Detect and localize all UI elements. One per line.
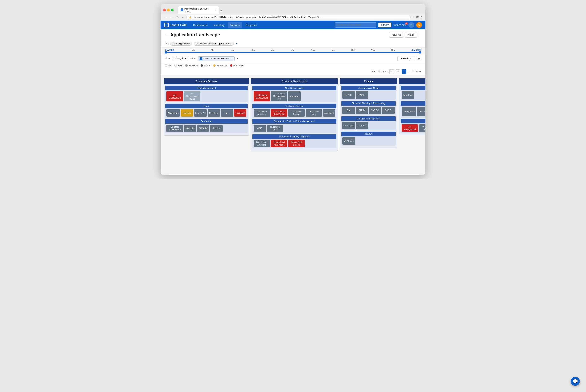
legend-phase-in: Phase in — [185, 64, 198, 67]
app-digilex[interactable]: DigiLex 2.0 — [194, 109, 207, 117]
app-sap-co-fp[interactable]: SAP CO — [369, 106, 381, 114]
zoom-out-button[interactable]: — — [408, 70, 411, 74]
tab-close-icon[interactable]: × — [215, 9, 216, 11]
maximize-button[interactable] — [171, 9, 174, 11]
sort-icon[interactable]: ⇅ — [378, 70, 380, 73]
app-personio[interactable]: Personio — [417, 106, 425, 116]
app-custechoe-new[interactable]: CustEchoe New — [306, 109, 322, 117]
filter-tag-close-icon[interactable]: × — [230, 42, 232, 45]
app-oms[interactable]: OMS — [253, 124, 266, 132]
timeline-sep: Sep — [331, 49, 335, 51]
app-sap-fi-fp[interactable]: SAP FI — [382, 106, 395, 114]
user-avatar[interactable]: U — [416, 22, 422, 28]
nav-diagrams[interactable]: Diagrams — [243, 22, 259, 28]
level-3-button[interactable]: 3 — [402, 70, 406, 74]
settings-button[interactable]: ⚙ Settings — [397, 56, 414, 61]
global-search[interactable] — [335, 22, 376, 28]
title-row: ← Application Landscape — [165, 32, 220, 38]
timeline-bar: Jan 2021 Feb Mar Apr May Jun Jul Aug Sep… — [161, 48, 425, 54]
app-empappraise[interactable]: EmpAppraise — [402, 106, 416, 116]
app-supplist[interactable]: SuppList — [210, 124, 223, 132]
back-button[interactable]: ← — [163, 15, 168, 19]
app-call-center-mgmt-2[interactable]: Call Center Management 2.0 — [271, 91, 287, 102]
app-attorneynet[interactable]: AttorneyNet — [166, 109, 180, 117]
app-bonus-card-asiapacific[interactable]: Bonus Card Asia/Pacific — [271, 140, 287, 147]
timeline-right-handle[interactable] — [419, 51, 421, 54]
star-icon[interactable]: ☆ — [412, 16, 415, 19]
app-sap-co-mr[interactable]: SAP CO — [356, 122, 369, 129]
app-bonus-card-europe[interactable]: Bonus Card Europe — [288, 140, 305, 147]
extensions-icon[interactable]: ⊞ — [416, 16, 419, 19]
app-time-track[interactable]: Time Track — [402, 91, 414, 99]
more-icon[interactable]: ⋮ — [420, 16, 423, 19]
level-1-button[interactable]: 1 — [389, 70, 394, 74]
app-ac-mano-cloud[interactable]: AC Mano... Clou... — [419, 124, 425, 132]
whats-new-button[interactable]: What's new 8 — [394, 24, 406, 26]
refresh-button[interactable]: ↻ — [176, 15, 180, 19]
app-grid-retention: Bonus Card Americas Bonus Card Asia/Paci… — [253, 140, 335, 147]
app-lawplus[interactable]: Law+ — [221, 109, 233, 117]
app-custechoe-europe[interactable]: CustEchoe Europe — [288, 109, 305, 117]
app-call-center-mgmt[interactable]: Call Center Management — [253, 91, 270, 102]
domain-body-corporate-services: Fleet Management AC Management AC Manage… — [164, 84, 249, 136]
timeline-left-handle[interactable] — [165, 51, 167, 54]
app-sap-bi[interactable]: SAP BI — [356, 106, 368, 114]
new-tab-button[interactable]: + — [219, 8, 223, 14]
grid-button[interactable]: ⊞ — [416, 56, 421, 61]
app-grid-recruiting: AC Management AC Mano... Clou... — [402, 124, 425, 132]
app-salesforce-light[interactable]: salesforce Light — [267, 124, 283, 132]
app-ac-management-cloud[interactable]: AC Management Cloud — [184, 91, 200, 102]
app-ac-management[interactable]: AC Management — [166, 91, 183, 102]
app-ac-mgmt-recruiting[interactable]: AC Management — [402, 124, 418, 132]
clear-filters-button[interactable]: × — [165, 42, 169, 46]
nav-inventory[interactable]: Inventory — [211, 22, 227, 28]
app-lex-actual[interactable]: Lex Actual — [234, 109, 246, 117]
app-docusign[interactable]: DocuSign — [208, 109, 220, 117]
lifecycle-dropdown[interactable]: Lifecycle ▾ — [172, 56, 189, 61]
app-audimex[interactable]: audimex — [181, 109, 193, 117]
app-eshopping[interactable]: eShopping — [184, 124, 196, 132]
timeline-track[interactable] — [165, 52, 421, 53]
plan-dropdown-arrow[interactable]: ▾ — [237, 57, 238, 60]
more-options-icon[interactable]: ⋮ — [419, 34, 421, 36]
quality-filter-tag[interactable]: Quality Seal: Broken, Approved × × — [194, 42, 234, 46]
back-button[interactable]: ← — [165, 33, 168, 37]
forward-button[interactable]: → — [169, 15, 174, 19]
remove-plan-icon[interactable]: × — [231, 58, 233, 60]
app-contract-mgmt[interactable]: Contract Management — [166, 124, 183, 132]
invite-button[interactable]: + Invite — [378, 22, 391, 28]
home-button[interactable]: ⌂ — [181, 15, 185, 19]
add-filter-button[interactable]: + — [235, 42, 237, 46]
nav-reports[interactable]: Reports — [228, 22, 242, 28]
app-issuetrack[interactable]: issueTrack — [323, 109, 335, 117]
address-bar[interactable]: 🔒 demo-eu-1.leanix.net/OLKBTMDemo/report… — [186, 15, 411, 20]
app-custechoe-asiapacific[interactable]: CustEchoe Asia/Pacific — [271, 109, 287, 117]
subdomain-body-after-sales: Call Center Management Call Center Manag… — [252, 90, 337, 102]
app-header: L LeanIX EAM Dashboards Inventory Report… — [161, 21, 425, 29]
subdomain-attendance-management: Attendance Management Time Track — [401, 86, 425, 100]
app-sap-fscm[interactable]: SAP FSCM — [343, 137, 356, 144]
app-bonus-card-americas[interactable]: Bonus Card Americas — [253, 140, 270, 147]
app-sap-fi-accounting[interactable]: SAP FI — [356, 91, 368, 99]
legend-plan: Plan — [174, 64, 182, 67]
active-tab[interactable]: Application Landscape | Lean... × — [178, 6, 219, 14]
view-controls: View Lifecycle ▾ Plan T Cloud Transforma… — [161, 54, 425, 63]
app-coa[interactable]: CoA — [343, 106, 355, 114]
share-button[interactable]: Share — [405, 32, 417, 38]
page-actions: Save as Share ⋮ — [389, 32, 421, 38]
app-sap-ariba[interactable]: SAP Ariba — [197, 124, 209, 132]
minimize-button[interactable] — [167, 9, 170, 11]
app-sap-co-accounting[interactable]: SAP CO — [343, 91, 355, 99]
app-custechoe-americas[interactable]: CustEchoe Americas — [253, 109, 270, 117]
zoom-in-button[interactable]: + — [419, 70, 421, 74]
subdomain-recruiting: Recruiting AC Management AC Mano... Clou… — [401, 119, 425, 133]
help-button[interactable]: ? — [408, 22, 414, 28]
nav-dashboards[interactable]: Dashboards — [191, 22, 210, 28]
app-olap-cube[interactable]: OLAPCube — [343, 122, 356, 129]
app-mailsnake[interactable]: Mailsnake — [288, 91, 301, 102]
save-as-button[interactable]: Save as — [389, 32, 403, 38]
close-button[interactable] — [163, 9, 166, 11]
level-2-button[interactable]: 2 — [396, 70, 400, 74]
subdomain-header-legal: Legal — [165, 104, 247, 108]
type-filter-tag[interactable]: Type: Application — [170, 42, 192, 46]
